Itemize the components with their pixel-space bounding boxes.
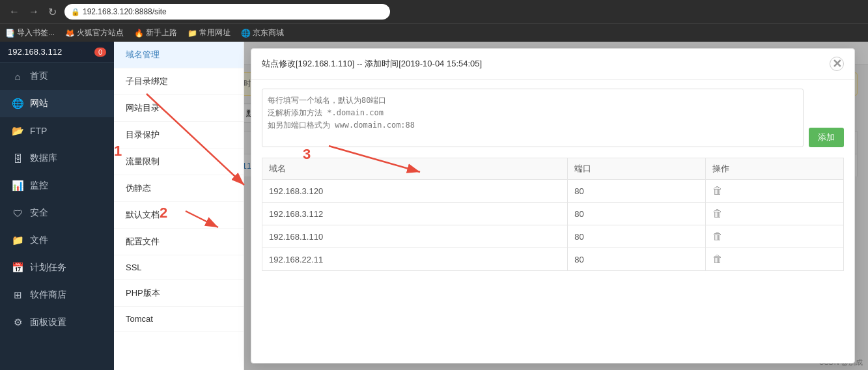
sidebar-item-database-label: 数据库 <box>30 152 57 164</box>
bookmark-newbie[interactable]: 🔥 新手上路 <box>134 27 177 38</box>
sidebar-item-home-label: 首页 <box>30 70 48 82</box>
delete-domain-1-button[interactable]: 🗑 <box>712 208 723 219</box>
domain-row-2: 192.168.1.110 80 🗑 <box>262 225 844 248</box>
sidebar-nav: ⌂ 首页 🌐 网站 📂 FTP 🗄 数据库 📊 监控 🛡 安全 <box>0 63 114 370</box>
modal-close-button[interactable]: ✕ <box>830 57 844 71</box>
domain-port-0: 80 <box>568 180 706 203</box>
add-domain-button[interactable]: 添加 <box>809 128 844 147</box>
domain-row-3: 192.168.22.11 80 🗑 <box>262 248 844 271</box>
sidebar-item-monitor[interactable]: 📊 监控 <box>0 172 114 199</box>
ftp-icon: 📂 <box>12 125 23 137</box>
side-panel: 域名管理 子目录绑定 网站目录 目录保护 流量限制 伪静态 默认文档 配置文件 … <box>114 42 244 370</box>
monitor-icon: 📊 <box>12 180 23 192</box>
domain-row-0: 192.168.3.120 80 🗑 <box>262 180 844 203</box>
sidebar-item-security[interactable]: 🛡 安全 <box>0 199 114 227</box>
domain-action-0: 🗑 <box>706 180 844 203</box>
bookmark-common[interactable]: 📁 常用网址 <box>188 27 231 38</box>
domain-col-action: 操作 <box>706 158 844 180</box>
back-button[interactable]: ← <box>7 5 22 19</box>
domain-port-1: 80 <box>568 203 706 225</box>
sidebar-item-cron-label: 计划任务 <box>30 262 66 274</box>
domain-col-name: 域名 <box>262 158 568 180</box>
domain-input-section: 添加 <box>262 89 844 147</box>
domain-col-port: 端口 <box>568 158 706 180</box>
sidebar: 192.168.3.112 0 ⌂ 首页 🌐 网站 📂 FTP 🗄 数据库 📊 <box>0 42 114 370</box>
domain-textarea[interactable] <box>262 89 804 147</box>
modal-overlay[interactable]: 域名管理 子目录绑定 网站目录 目录保护 流量限制 伪静态 默认文档 配置文件 … <box>114 42 868 370</box>
sidebar-item-files-label: 文件 <box>30 235 48 246</box>
server-name: 192.168.3.112 <box>8 47 62 57</box>
sidebar-item-store[interactable]: ⊞ 软件商店 <box>0 281 114 309</box>
sidebar-item-cron[interactable]: 📅 计划任务 <box>0 254 114 281</box>
domain-table-header-row: 域名 端口 操作 <box>262 158 844 180</box>
modal-dialog: 站点修改[192.168.1.110] -- 添加时间[2019-10-04 1… <box>251 48 855 363</box>
security-icon: 🛡 <box>12 208 23 219</box>
url-text: 192.168.3.120:8888/site <box>83 7 167 16</box>
sidebar-item-store-label: 软件商店 <box>30 289 66 301</box>
side-panel-rewrite[interactable]: 伪静态 <box>114 175 244 202</box>
domain-action-1: 🗑 <box>706 203 844 225</box>
domain-name-2: 192.168.1.110 <box>262 225 568 248</box>
bookmark-jd[interactable]: 🌐 京东商城 <box>241 27 284 38</box>
bookmark-import[interactable]: 📑 导入书签... <box>5 27 55 38</box>
address-bar[interactable]: 🔒 192.168.3.120:8888/site <box>64 4 390 20</box>
website-icon: 🌐 <box>12 98 23 109</box>
browser-chrome: ← → ↻ 🔒 192.168.3.120:8888/site <box>0 0 868 23</box>
sidebar-item-ftp[interactable]: 📂 FTP <box>0 117 114 145</box>
sidebar-item-ftp-label: FTP <box>30 126 47 136</box>
delete-domain-2-button[interactable]: 🗑 <box>712 231 723 242</box>
domain-row-1: 192.168.3.112 80 🗑 <box>262 203 844 225</box>
sidebar-item-files[interactable]: 📁 文件 <box>0 227 114 254</box>
sidebar-header: 192.168.3.112 0 <box>0 42 114 63</box>
delete-domain-0-button[interactable]: 🗑 <box>712 185 723 196</box>
sidebar-item-website[interactable]: 🌐 网站 <box>0 90 114 117</box>
modal-body: 添加 域名 端口 操作 192.16 <box>251 79 854 363</box>
sidebar-item-settings-label: 面板设置 <box>30 317 66 328</box>
domain-action-3: 🗑 <box>706 248 844 271</box>
sidebar-item-security-label: 安全 <box>30 207 48 219</box>
side-panel-domain[interactable]: 域名管理 <box>114 42 244 68</box>
home-icon: ⌂ <box>12 71 23 82</box>
lock-icon: 🔒 <box>71 8 80 16</box>
domain-name-3: 192.168.22.11 <box>262 248 568 271</box>
delete-domain-3-button[interactable]: 🗑 <box>712 253 723 264</box>
settings-icon: ⚙ <box>12 317 23 328</box>
side-panel-dir-protect[interactable]: 目录保护 <box>114 122 244 149</box>
sidebar-item-database[interactable]: 🗄 数据库 <box>0 145 114 172</box>
side-panel-webroot[interactable]: 网站目录 <box>114 95 244 122</box>
sidebar-item-monitor-label: 监控 <box>30 180 48 192</box>
notification-badge: 0 <box>94 48 106 57</box>
side-panel-php[interactable]: PHP版本 <box>114 280 244 307</box>
side-panel-subdir[interactable]: 子目录绑定 <box>114 68 244 95</box>
sidebar-item-website-label: 网站 <box>30 98 48 109</box>
content-area: 首页 / 网站管理 ⚠ 使用宝塔Linux面板创建站点时会自动创建权限配置，统一… <box>114 42 868 370</box>
domain-name-0: 192.168.3.120 <box>262 180 568 203</box>
side-panel-config[interactable]: 配置文件 <box>114 229 244 255</box>
domain-name-1: 192.168.3.112 <box>262 203 568 225</box>
modal-title: 站点修改[192.168.1.110] -- 添加时间[2019-10-04 1… <box>262 58 482 70</box>
forward-button[interactable]: → <box>26 5 42 19</box>
database-icon: 🗄 <box>12 153 23 164</box>
side-panel-ssl[interactable]: SSL <box>114 255 244 280</box>
sidebar-item-settings[interactable]: ⚙ 面板设置 <box>0 309 114 336</box>
side-panel-traffic[interactable]: 流量限制 <box>114 149 244 175</box>
nav-buttons: ← → ↻ <box>7 5 59 20</box>
store-icon: ⊞ <box>12 289 23 301</box>
modal-header: 站点修改[192.168.1.110] -- 添加时间[2019-10-04 1… <box>251 49 854 79</box>
side-panel-default-doc[interactable]: 默认文档 <box>114 202 244 229</box>
domain-action-2: 🗑 <box>706 225 844 248</box>
bookmarks-bar: 📑 导入书签... 🦊 火狐官方站点 🔥 新手上路 📁 常用网址 🌐 京东商城 <box>0 23 868 42</box>
side-panel-tomcat[interactable]: Tomcat <box>114 307 244 332</box>
domain-table: 域名 端口 操作 192.168.3.120 80 🗑 <box>262 158 844 271</box>
sidebar-item-home[interactable]: ⌂ 首页 <box>0 63 114 90</box>
cron-icon: 📅 <box>12 262 23 274</box>
refresh-button[interactable]: ↻ <box>46 5 59 20</box>
domain-port-2: 80 <box>568 225 706 248</box>
domain-port-3: 80 <box>568 248 706 271</box>
main-layout: 192.168.3.112 0 ⌂ 首页 🌐 网站 📂 FTP 🗄 数据库 📊 <box>0 42 868 370</box>
bookmark-firefox[interactable]: 🦊 火狐官方站点 <box>65 27 124 38</box>
files-icon: 📁 <box>12 235 23 246</box>
